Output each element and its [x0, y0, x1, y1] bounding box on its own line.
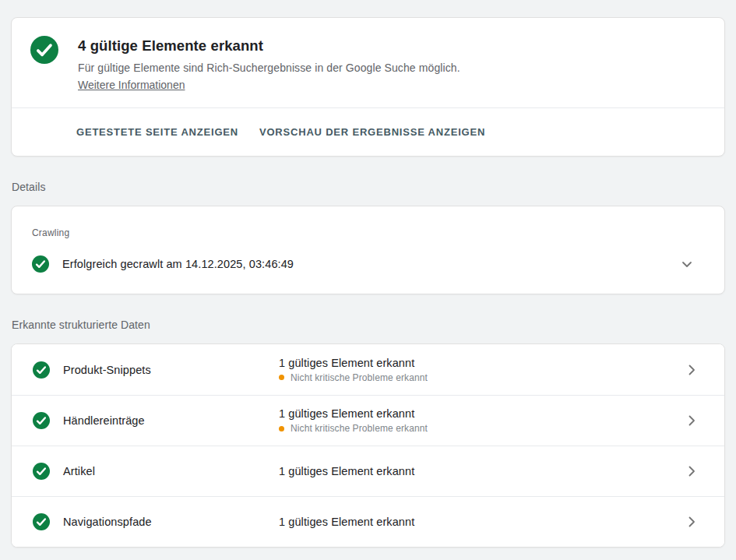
- check-circle-icon: [33, 361, 50, 379]
- row-left: Händlereinträge: [33, 412, 279, 429]
- list-item-haendlereintraege[interactable]: Händlereinträge 1 gültiges Element erkan…: [12, 395, 724, 446]
- row-result-text: 1 gültiges Element erkannt: [279, 407, 682, 420]
- row-left: Navigationspfade: [33, 513, 279, 530]
- row-warning-text: Nicht kritische Probleme erkannt: [291, 423, 428, 434]
- list-item-artikel[interactable]: Artikel 1 gültiges Element erkannt: [12, 446, 724, 496]
- row-result-text: 1 gültiges Element erkannt: [279, 516, 682, 528]
- row-result-text: 1 gültiges Element erkannt: [279, 465, 682, 477]
- structured-data-section-label: Erkannte strukturierte Daten: [12, 319, 725, 331]
- row-result: 1 gültiges Element erkannt Nicht kritisc…: [279, 357, 682, 383]
- row-warning-text: Nicht kritische Probleme erkannt: [291, 372, 428, 383]
- crawl-status-text: Erfolgreich gecrawlt am 14.12.2025, 03:4…: [62, 258, 294, 270]
- summary-main: 4 gültige Elemente erkannt Für gültige E…: [12, 18, 724, 107]
- check-circle-icon: [33, 513, 50, 530]
- chevron-right-icon[interactable]: [682, 462, 701, 481]
- row-result: 1 gültiges Element erkannt Nicht kritisc…: [279, 407, 682, 434]
- rich-results-page: 4 gültige Elemente erkannt Für gültige E…: [0, 17, 736, 560]
- crawling-card: Crawling Erfolgreich gecrawlt am 14.12.2…: [11, 206, 725, 294]
- row-left: Artikel: [33, 463, 279, 480]
- warning-dot-icon: [279, 426, 284, 431]
- summary-text: 4 gültige Elemente erkannt Für gültige E…: [78, 36, 460, 92]
- row-name: Produkt-Snippets: [63, 364, 151, 376]
- view-results-preview-button[interactable]: VORSCHAU DER ERGEBNISSE ANZEIGEN: [259, 120, 485, 144]
- check-circle-icon: [32, 255, 49, 273]
- row-name: Artikel: [63, 465, 95, 477]
- list-item-navigationspfade[interactable]: Navigationspfade 1 gültiges Element erka…: [12, 496, 724, 547]
- row-name: Navigationspfade: [63, 516, 152, 528]
- row-name: Händlereinträge: [63, 414, 145, 427]
- row-warning: Nicht kritische Probleme erkannt: [279, 372, 682, 383]
- crawling-status-row[interactable]: Erfolgreich gecrawlt am 14.12.2025, 03:4…: [32, 255, 706, 273]
- summary-actions: GETESTETE SEITE ANZEIGEN VORSCHAU DER ER…: [12, 108, 724, 156]
- page-title: 4 gültige Elemente erkannt: [78, 37, 460, 55]
- chevron-right-icon[interactable]: [682, 512, 701, 531]
- check-circle-icon: [33, 463, 50, 480]
- warning-dot-icon: [279, 375, 284, 380]
- list-item-produkt-snippets[interactable]: Produkt-Snippets 1 gültiges Element erka…: [12, 344, 724, 395]
- chevron-right-icon[interactable]: [682, 411, 701, 430]
- row-warning: Nicht kritische Probleme erkannt: [279, 423, 682, 434]
- details-section-label: Details: [12, 181, 725, 193]
- crawling-card-label: Crawling: [32, 227, 706, 238]
- summary-subtitle: Für gültige Elemente sind Rich-Suchergeb…: [78, 62, 460, 74]
- row-result: 1 gültiges Element erkannt: [279, 465, 682, 477]
- structured-data-list: Produkt-Snippets 1 gültiges Element erka…: [11, 343, 725, 548]
- chevron-right-icon[interactable]: [682, 361, 701, 379]
- check-circle-icon: [30, 36, 58, 64]
- row-result: 1 gültiges Element erkannt: [279, 516, 682, 528]
- chevron-down-icon[interactable]: [678, 255, 696, 273]
- check-circle-icon: [33, 412, 50, 429]
- view-tested-page-button[interactable]: GETESTETE SEITE ANZEIGEN: [76, 120, 238, 144]
- summary-card: 4 gültige Elemente erkannt Für gültige E…: [11, 17, 725, 157]
- row-result-text: 1 gültiges Element erkannt: [279, 357, 682, 369]
- learn-more-link[interactable]: Weitere Informationen: [78, 79, 185, 91]
- row-left: Produkt-Snippets: [33, 361, 279, 379]
